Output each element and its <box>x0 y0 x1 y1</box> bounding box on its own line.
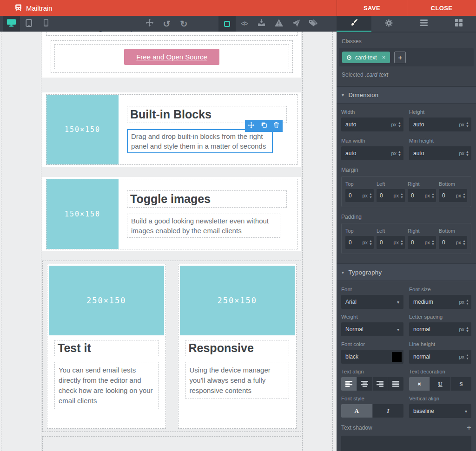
card-text[interactable]: Build a good looking newsletter even wit… <box>127 214 280 238</box>
padding-top-input[interactable] <box>349 239 360 246</box>
delete-element-button[interactable] <box>270 120 283 132</box>
card-title[interactable]: Test it <box>54 340 159 356</box>
align-center-button[interactable] <box>357 377 373 391</box>
copy-element-button[interactable] <box>258 120 270 132</box>
margin-bottom-input[interactable] <box>442 192 454 199</box>
padding-bottom-input[interactable] <box>442 239 454 246</box>
drag-element-button[interactable] <box>245 120 258 132</box>
device-tablet-button[interactable] <box>20 16 37 32</box>
newsletter-container[interactable]: Import, build, test and export responsiv… <box>41 32 303 451</box>
decoration-none-button[interactable]: × <box>409 377 430 391</box>
stepper[interactable]: ▲▼ <box>431 239 435 246</box>
stepper[interactable]: ▲▼ <box>466 326 469 333</box>
card-text[interactable]: You can send email tests directly from t… <box>54 362 159 409</box>
width-input[interactable] <box>345 121 389 128</box>
margin-top-input[interactable] <box>349 192 360 199</box>
intro-text[interactable]: Import, build, test and export responsiv… <box>46 32 298 36</box>
intro-section[interactable]: Import, build, test and export responsiv… <box>42 32 301 78</box>
close-button[interactable]: CLOSE <box>407 0 476 16</box>
min-height-input[interactable] <box>413 150 457 157</box>
image-placeholder[interactable]: 150×150 <box>46 179 119 249</box>
image-placeholder[interactable]: 250×150 <box>49 266 164 335</box>
stepper[interactable]: ▲▼ <box>398 121 401 128</box>
stepper[interactable]: ▲▼ <box>466 299 469 305</box>
fullscreen-move-button[interactable] <box>141 16 158 32</box>
padding-right-input[interactable] <box>411 239 423 246</box>
tab-blocks[interactable] <box>441 16 476 32</box>
tab-style-manager[interactable] <box>337 16 371 32</box>
merge-tags-button[interactable] <box>304 16 322 32</box>
cta-button[interactable]: Free and Open Source <box>124 49 219 65</box>
section-header-dimension[interactable]: ▾ Dimension <box>337 86 476 104</box>
decoration-underline-button[interactable]: U <box>430 377 451 391</box>
empty-section[interactable] <box>42 436 301 451</box>
align-left-button[interactable] <box>341 377 357 391</box>
line-height-input[interactable] <box>413 353 457 360</box>
font-color-input[interactable] <box>345 353 390 360</box>
redo-button[interactable]: ↻ <box>175 16 192 32</box>
padding-left-input[interactable] <box>380 239 391 246</box>
tab-layers[interactable] <box>406 16 441 32</box>
font-size-input[interactable] <box>413 299 457 305</box>
style-italic-button[interactable]: I <box>373 404 404 418</box>
stepper[interactable]: ▲▼ <box>369 192 372 199</box>
color-swatch[interactable] <box>392 352 402 362</box>
toggle-borders-button[interactable] <box>218 16 236 32</box>
style-bold-button[interactable]: A <box>341 404 373 418</box>
font-select[interactable]: Arial▾ <box>341 295 403 309</box>
stepper[interactable]: ▲▼ <box>466 150 469 157</box>
stepper[interactable]: ▲▼ <box>400 192 403 199</box>
class-tag[interactable]: card-text × <box>342 52 390 63</box>
letter-spacing-input[interactable] <box>413 326 457 333</box>
two-column-section[interactable]: 250×150 Test it You can send email tests… <box>42 261 301 432</box>
image-placeholder[interactable]: 250×150 <box>180 266 295 335</box>
stepper[interactable]: ▲▼ <box>369 239 372 246</box>
tab-settings[interactable] <box>371 16 406 32</box>
feature-card-section[interactable]: 150×150 Built-in Blocks Drag and drop bu… <box>42 92 301 167</box>
feature-card-section[interactable]: 150×150 Toggle images Build a good looki… <box>42 177 301 251</box>
grid-card[interactable]: 250×150 Test it You can send email tests… <box>47 264 166 429</box>
vertical-align-field: Vertical align baseline▾ <box>409 396 471 418</box>
stepper[interactable]: ▲▼ <box>400 239 403 246</box>
stepper[interactable]: ▲▼ <box>463 192 466 199</box>
stepper[interactable]: ▲▼ <box>466 353 469 360</box>
open-code-button[interactable]: </> <box>236 16 253 32</box>
undo-button[interactable]: ↺ <box>158 16 175 32</box>
grid-card[interactable]: 250×150 Responsive Using the device mana… <box>178 264 297 429</box>
height-input[interactable] <box>413 121 457 128</box>
align-justify-button[interactable] <box>388 377 403 391</box>
stepper[interactable]: ▲▼ <box>431 192 435 199</box>
feature-card[interactable]: 150×150 Built-in Blocks Drag and drop bu… <box>46 94 298 165</box>
cta-section[interactable]: Free and Open Source <box>51 40 293 73</box>
clear-canvas-button[interactable] <box>270 16 287 32</box>
card-title[interactable]: Responsive <box>185 340 290 356</box>
add-class-button[interactable]: + <box>394 52 406 63</box>
cta-cell[interactable]: Free and Open Source <box>54 44 289 69</box>
vertical-align-select[interactable]: baseline▾ <box>409 404 471 418</box>
margin-left-input[interactable] <box>380 192 391 199</box>
feature-card[interactable]: 150×150 Toggle images Build a good looki… <box>46 179 298 249</box>
device-desktop-button[interactable] <box>3 16 20 32</box>
text-shadow-list[interactable] <box>341 436 471 451</box>
save-button[interactable]: SAVE <box>337 0 407 16</box>
weight-select[interactable]: Normal▾ <box>341 322 403 336</box>
card-title[interactable]: Toggle images <box>127 190 287 208</box>
card-text[interactable]: Using the device manager you'll always s… <box>185 362 290 399</box>
stepper[interactable]: ▲▼ <box>466 121 469 128</box>
target-dot-icon[interactable] <box>347 55 351 60</box>
canvas[interactable]: Import, build, test and export responsiv… <box>0 32 337 451</box>
max-width-input[interactable] <box>345 150 389 157</box>
send-test-button[interactable] <box>287 16 304 32</box>
decoration-strikethrough-button[interactable]: S <box>451 377 471 391</box>
import-template-button[interactable] <box>253 16 270 32</box>
margin-right-input[interactable] <box>411 192 423 199</box>
add-shadow-icon[interactable]: + <box>467 423 471 432</box>
align-right-button[interactable] <box>373 377 389 391</box>
stepper[interactable]: ▲▼ <box>463 239 466 246</box>
image-placeholder[interactable]: 150×150 <box>46 95 119 164</box>
device-mobile-button[interactable] <box>37 16 54 32</box>
remove-class-icon[interactable]: × <box>382 54 386 61</box>
stepper[interactable]: ▲▼ <box>398 150 401 157</box>
section-header-typography[interactable]: ▾ Typography <box>337 263 476 281</box>
selected-card-text[interactable]: Drag and drop built-in blocks from the r… <box>127 129 273 153</box>
